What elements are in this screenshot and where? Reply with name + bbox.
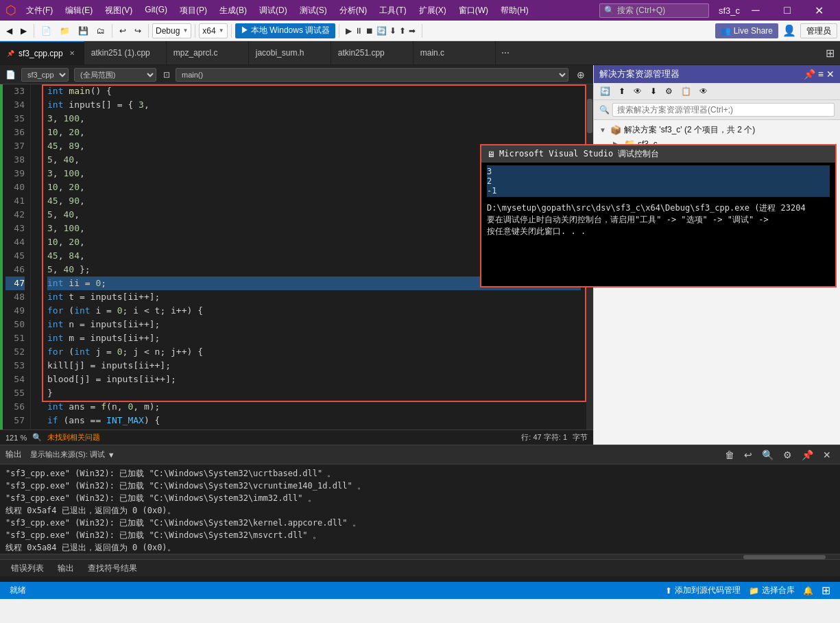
source-dropdown-arrow[interactable]: ▼ xyxy=(108,451,115,459)
tab-mpz[interactable]: mpz_aprcl.c xyxy=(167,41,249,64)
output-find-button[interactable]: 🔍 xyxy=(758,447,777,462)
panel-close-icon[interactable]: ✕ xyxy=(826,69,835,80)
function-icon: ⊡ xyxy=(163,70,170,80)
repo-icon: 📁 xyxy=(749,586,759,596)
maximize-button[interactable]: □ xyxy=(771,0,803,21)
function-dropdown[interactable]: main() xyxy=(176,68,568,82)
menu-window[interactable]: 窗口(W) xyxy=(453,2,494,19)
toolbar-separator-2 xyxy=(112,24,112,38)
menu-extensions[interactable]: 扩展(X) xyxy=(413,2,452,19)
collapse-button[interactable]: ⬆ xyxy=(615,84,629,98)
h-scrollbar-thumb[interactable] xyxy=(743,555,826,559)
output-line-3: "sf3_cpp.exe" (Win32): 已加载 "C:\Windows\S… xyxy=(5,492,835,504)
output-content[interactable]: "sf3_cpp.exe" (Win32): 已加载 "C:\Windows\S… xyxy=(0,465,840,554)
open-button[interactable]: 📁 xyxy=(56,24,73,38)
debug-tool-6[interactable]: ⬆ xyxy=(399,26,406,36)
platform-dropdown[interactable]: x64 ▼ xyxy=(199,23,227,38)
menu-build[interactable]: 生成(B) xyxy=(214,2,252,19)
menu-debug[interactable]: 调试(D) xyxy=(254,2,293,19)
tab-main-c[interactable]: main.c xyxy=(413,41,496,64)
redo-button[interactable]: ↪ xyxy=(131,24,145,38)
debug-mode-label: Debug xyxy=(156,26,180,36)
tree-item-solution[interactable]: ▼ 📦 解决方案 'sf3_c' (2 个项目，共 2 个) xyxy=(594,123,840,137)
output-panel: 输出 显示输出来源(S): 调试 ▼ 🗑 ↩ 🔍 ⚙ 📌 ✕ "sf3_cpp.… xyxy=(0,445,840,582)
save-button[interactable]: 💾 xyxy=(75,24,92,38)
horizontal-scrollbar[interactable] xyxy=(0,554,840,559)
debug-console-title: Microsoft Visual Studio 调试控制台 xyxy=(499,148,659,160)
menu-test[interactable]: 测试(S) xyxy=(294,2,333,19)
tab-label: main.c xyxy=(420,48,444,58)
close-button[interactable]: ✕ xyxy=(803,0,835,21)
menu-tools[interactable]: 工具(T) xyxy=(374,2,411,19)
save-all-button[interactable]: 🗂 xyxy=(93,24,108,38)
debug-tool-4[interactable]: 🔄 xyxy=(376,26,387,36)
output-tab-item[interactable]: 输出 xyxy=(52,560,80,577)
notification-button[interactable]: 🔔 xyxy=(799,586,817,596)
output-close-button[interactable]: ✕ xyxy=(819,447,835,462)
panel-menu-icon[interactable]: ≡ xyxy=(818,69,824,80)
menu-file[interactable]: 文件(F) xyxy=(21,2,58,19)
refresh-button[interactable]: 🔄 xyxy=(597,84,614,98)
debug-tool-1[interactable]: ▶ xyxy=(346,26,352,36)
debug-tool-5[interactable]: ⬇ xyxy=(389,26,396,36)
debug-console-body[interactable]: 3 2 -1 D:\mysetup\gopath\src\dsv\sf3_c\x… xyxy=(481,163,835,286)
debug-tool-3[interactable]: ⏹ xyxy=(365,26,374,36)
tab-atkin251-1[interactable]: atkin251 (1).cpp xyxy=(84,41,167,64)
menu-project[interactable]: 项目(P) xyxy=(174,2,213,19)
admin-button[interactable]: 管理员 xyxy=(800,23,837,38)
zoom-level[interactable]: 121 % xyxy=(5,434,27,442)
output-line-7: 线程 0x5a84 已退出，返回值为 0 (0x0)。 xyxy=(5,541,835,554)
filter-button[interactable]: ⬇ xyxy=(647,84,660,98)
solution-search-input[interactable] xyxy=(612,103,835,117)
tab-atkin251[interactable]: atkin251.cpp xyxy=(331,41,413,64)
select-repo-button[interactable]: 📁 选择合库 xyxy=(745,585,799,596)
tab-overflow-button[interactable]: ⋯ xyxy=(496,41,515,64)
debug-line-3: -1 xyxy=(487,186,830,196)
tab-label: atkin251 (1).cpp xyxy=(91,48,150,58)
debug-tool-2[interactable]: ⏸ xyxy=(355,26,363,36)
menu-git[interactable]: Git(G) xyxy=(139,2,173,19)
code-line-50: int n = inputs[ii++]; xyxy=(47,318,581,331)
find-symbol-tab[interactable]: 查找符号结果 xyxy=(82,560,143,577)
menu-bar: 文件(F) 编辑(E) 视图(V) Git(G) 项目(P) 生成(B) 调试(… xyxy=(21,2,594,19)
panel-controls[interactable]: ⊞ xyxy=(820,41,840,64)
menu-edit[interactable]: 编辑(E) xyxy=(60,2,98,19)
settings-icon[interactable]: ⚙ xyxy=(662,84,676,98)
menu-analyze[interactable]: 分析(N) xyxy=(334,2,373,19)
output-pin-button[interactable]: 📌 xyxy=(798,447,817,462)
debug-mode-dropdown[interactable]: Debug ▼ xyxy=(152,23,191,38)
scope-dropdown[interactable]: (全局范围) xyxy=(74,68,156,82)
encoding-label: 字节 xyxy=(573,432,588,443)
undo-button[interactable]: ↩ xyxy=(116,24,130,38)
menu-view[interactable]: 视图(V) xyxy=(99,2,138,19)
back-button[interactable]: ◀ xyxy=(3,24,16,38)
file-dropdown[interactable]: sf3_cpp xyxy=(21,68,69,82)
live-share-label: Live Share xyxy=(734,26,773,36)
output-wrap-button[interactable]: ↩ xyxy=(741,447,756,462)
pin-icon[interactable]: 📌 xyxy=(804,69,815,80)
account-icon[interactable]: 👤 xyxy=(782,24,796,37)
live-share-button[interactable]: 👥 Live Share xyxy=(715,23,778,38)
tab-jacobi[interactable]: jacobi_sum.h xyxy=(249,41,331,64)
debug-tool-7[interactable]: ➡ xyxy=(409,26,416,36)
debug-info-text: 要在调试停止时自动关闭控制台，请启用"工具" -> "选项" -> "调试" -… xyxy=(487,214,830,226)
ready-status[interactable]: 就绪 xyxy=(5,582,30,599)
scrollbar-thumb[interactable] xyxy=(587,99,592,133)
code-line-35: 3, 100, xyxy=(47,112,581,126)
new-file-button[interactable]: 📄 xyxy=(38,24,55,38)
chevron-down-icon-2: ▼ xyxy=(219,27,224,34)
preview-button[interactable]: 👁 xyxy=(696,84,711,98)
minimize-button[interactable]: ─ xyxy=(740,0,771,21)
properties-button[interactable]: 📋 xyxy=(677,84,695,98)
forward-button[interactable]: ▶ xyxy=(17,24,30,38)
output-settings-icon[interactable]: ⚙ xyxy=(780,447,795,462)
expand-icon[interactable]: ⊕ xyxy=(574,68,588,82)
error-list-tab[interactable]: 错误列表 xyxy=(5,560,49,577)
add-source-button[interactable]: ⬆ 添加到源代码管理 xyxy=(661,585,745,596)
output-clear-button[interactable]: 🗑 xyxy=(721,447,738,462)
tab-close-icon[interactable]: ✕ xyxy=(67,49,77,58)
show-all-button[interactable]: 👁 xyxy=(630,84,645,98)
menu-help[interactable]: 帮助(H) xyxy=(495,2,534,19)
run-button[interactable]: ▶ 本地 Windows 调试器 xyxy=(235,23,336,38)
tab-sf3-cpp[interactable]: 📌 sf3_cpp.cpp ✕ xyxy=(0,41,84,64)
